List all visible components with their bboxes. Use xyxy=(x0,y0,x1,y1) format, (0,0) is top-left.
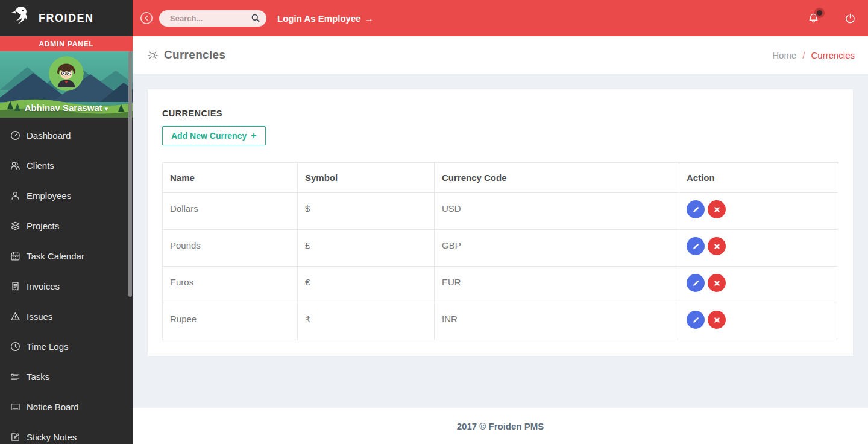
search-bar xyxy=(159,10,266,27)
arrow-right-icon: → xyxy=(365,13,374,24)
table-header-row: NameSymbolCurrency CodeAction xyxy=(163,163,838,193)
dashboard-icon xyxy=(10,130,20,141)
sidebar-item-sticky-notes[interactable]: Sticky Notes xyxy=(0,422,133,444)
sidebar-item-label: Time Logs xyxy=(27,341,68,352)
edit-button[interactable] xyxy=(687,311,705,329)
sidebar-item-notice-board[interactable]: Notice Board xyxy=(0,392,133,422)
clients-icon xyxy=(10,160,20,171)
sidebar-item-label: Employees xyxy=(27,191,71,201)
table-row: Pounds£GBP xyxy=(163,230,838,267)
sidebar-item-label: Dashboard xyxy=(27,130,71,141)
user-profile-section: Abhinav Saraswat▾ xyxy=(0,51,133,118)
sidebar-item-label: Task Calendar xyxy=(27,251,84,261)
card-heading: CURRENCIES xyxy=(162,109,838,118)
close-icon xyxy=(714,317,720,323)
sidebar-item-label: Invoices xyxy=(27,281,60,291)
tasks-icon xyxy=(10,372,20,382)
cell-name: Pounds xyxy=(163,230,298,267)
sidebar-item-issues[interactable]: Issues xyxy=(0,301,133,331)
column-header-name: Name xyxy=(163,163,298,193)
cell-symbol: $ xyxy=(298,193,435,230)
pencil-icon xyxy=(692,206,700,214)
table-row: Rupee₹INR xyxy=(163,303,838,340)
cell-currency-code: GBP xyxy=(435,230,679,267)
close-icon xyxy=(714,243,720,250)
brand-logo-area[interactable]: FROIDEN xyxy=(0,0,133,36)
notification-badge xyxy=(817,10,822,16)
copyright-text: 2017 © Froiden PMS xyxy=(457,421,544,431)
sidebar-item-clients[interactable]: Clients xyxy=(0,150,133,180)
search-icon[interactable] xyxy=(251,13,260,23)
delete-button[interactable] xyxy=(708,311,726,329)
app-window: FROIDEN ADMIN PANEL xyxy=(0,0,868,444)
column-header-symbol: Symbol xyxy=(298,163,435,193)
sidebar-item-label: Notice Board xyxy=(27,402,79,412)
cell-name: Rupee xyxy=(163,303,298,340)
page-header: Currencies Home / Currencies xyxy=(133,36,868,74)
sidebar-item-projects[interactable]: Projects xyxy=(0,211,133,241)
sidebar-menu: DashboardClientsEmployeesProjectsTask Ca… xyxy=(0,118,133,444)
notifications-bell-icon[interactable] xyxy=(808,13,819,24)
pencil-icon xyxy=(692,279,700,287)
table-row: Dollars$USD xyxy=(163,193,838,230)
currencies-table: NameSymbolCurrency CodeAction Dollars$US… xyxy=(162,162,838,340)
sidebar-item-dashboard[interactable]: Dashboard xyxy=(0,120,133,150)
column-header-action: Action xyxy=(679,163,838,193)
close-icon xyxy=(714,206,720,213)
user-name: Abhinav Saraswat xyxy=(25,103,102,113)
cell-action xyxy=(679,193,838,230)
column-header-currency-code: Currency Code xyxy=(435,163,679,193)
breadcrumb-home-link[interactable]: Home xyxy=(772,50,796,60)
user-dropdown[interactable]: Abhinav Saraswat▾ xyxy=(0,103,133,113)
breadcrumb-current: Currencies xyxy=(811,50,855,60)
logout-power-icon[interactable] xyxy=(844,13,856,24)
froiden-bird-logo-icon xyxy=(8,5,33,31)
admin-panel-label: ADMIN PANEL xyxy=(0,36,133,51)
delete-button[interactable] xyxy=(708,237,726,255)
cell-action xyxy=(679,230,838,267)
sidebar-item-employees[interactable]: Employees xyxy=(0,180,133,211)
content-area: CURRENCIES Add New Currency + NameSymbol… xyxy=(133,74,868,408)
brand-name: FROIDEN xyxy=(39,12,94,25)
edit-button[interactable] xyxy=(687,274,705,292)
sidebar-item-tasks[interactable]: Tasks xyxy=(0,361,133,392)
main-area: Login As Employee → Currencies Home / Cu… xyxy=(133,0,868,444)
sidebar-item-label: Sticky Notes xyxy=(27,432,77,442)
cell-name: Euros xyxy=(163,267,298,303)
footer: 2017 © Froiden PMS xyxy=(133,408,868,444)
sidebar-item-task-calendar[interactable]: Task Calendar xyxy=(0,241,133,271)
table-row: Euros€EUR xyxy=(163,267,838,303)
chevron-down-icon: ▾ xyxy=(105,105,108,112)
cell-action xyxy=(679,267,838,303)
cell-currency-code: EUR xyxy=(435,267,679,303)
edit-button[interactable] xyxy=(687,237,705,255)
cell-currency-code: INR xyxy=(435,303,679,340)
sidebar-item-label: Projects xyxy=(27,221,59,231)
cell-name: Dollars xyxy=(163,193,298,230)
collapse-sidebar-button[interactable] xyxy=(140,11,153,25)
avatar[interactable] xyxy=(49,56,84,91)
projects-icon xyxy=(10,221,20,231)
sidebar-item-time-logs[interactable]: Time Logs xyxy=(0,331,133,361)
top-navbar: Login As Employee → xyxy=(133,0,868,36)
issues-icon xyxy=(10,311,20,322)
delete-button[interactable] xyxy=(708,200,726,218)
gear-icon xyxy=(147,49,159,61)
sidebar-item-label: Tasks xyxy=(27,372,49,382)
sidebar-item-invoices[interactable]: Invoices xyxy=(0,271,133,301)
delete-button[interactable] xyxy=(708,274,726,292)
cell-symbol: £ xyxy=(298,230,435,267)
close-icon xyxy=(714,280,720,287)
sidebar-scrollbar[interactable] xyxy=(128,51,132,297)
page-title: Currencies xyxy=(164,48,225,62)
pencil-icon xyxy=(692,243,700,250)
task-calendar-icon xyxy=(10,251,20,261)
sticky-notes-icon xyxy=(10,432,20,442)
sidebar-item-label: Issues xyxy=(27,311,52,322)
edit-button[interactable] xyxy=(687,200,705,218)
notice-board-icon xyxy=(10,402,20,412)
add-new-currency-button[interactable]: Add New Currency + xyxy=(162,126,266,145)
cell-symbol: ₹ xyxy=(298,303,435,340)
plus-icon: + xyxy=(251,131,256,141)
login-as-employee-link[interactable]: Login As Employee → xyxy=(277,13,374,24)
